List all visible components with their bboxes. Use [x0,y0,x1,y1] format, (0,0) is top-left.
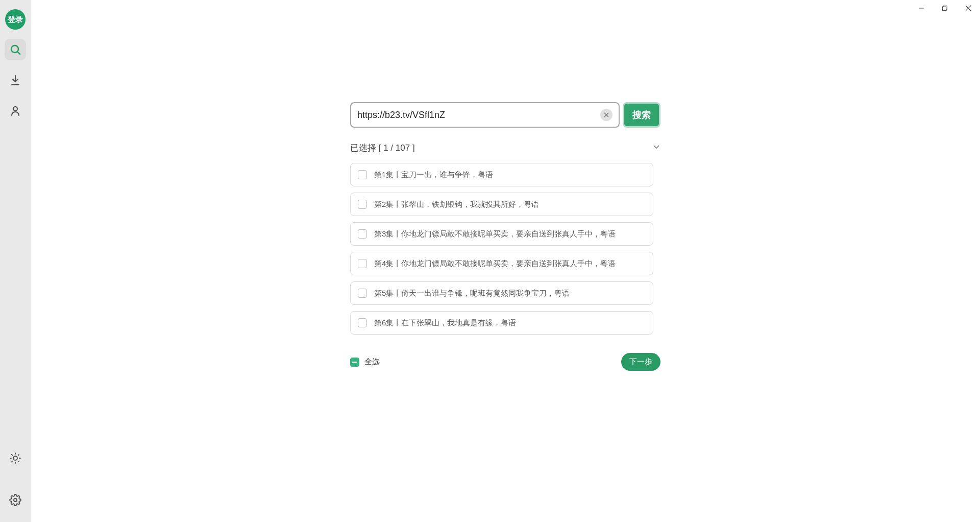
sidebar-item-profile[interactable] [5,100,26,122]
list-item[interactable]: 第1集丨宝刀一出，谁与争锋，粤语 [350,163,653,186]
episode-checkbox[interactable] [358,200,367,209]
next-button[interactable]: 下一步 [621,353,660,371]
window-close-button[interactable] [957,0,980,16]
episode-checkbox[interactable] [358,318,367,327]
search-row: 搜索 [350,102,660,128]
window-maximize-button[interactable] [933,0,957,16]
sidebar-item-theme[interactable] [5,447,26,469]
episode-list-viewport: 第1集丨宝刀一出，谁与争锋，粤语第2集丨张翠山，铁划银钩，我就投其所好，粤语第3… [350,163,660,342]
download-icon [9,74,21,86]
episode-title: 第4集丨你地龙门镖局敢不敢接呢单买卖，要亲自送到张真人手中，粤语 [374,259,616,269]
minimize-icon [918,5,924,11]
avatar-label: 登录 [8,15,23,25]
episode-checkbox[interactable] [358,229,367,239]
svg-point-2 [13,456,17,460]
main-area: 搜索 已选择 [ 1 / 107 ] 第1集丨宝刀一出，谁与争锋，粤语第2集丨张… [31,0,980,522]
episode-checkbox[interactable] [358,289,367,298]
search-input[interactable] [357,110,600,121]
search-button[interactable]: 搜索 [623,102,660,128]
episode-list[interactable]: 第1集丨宝刀一出，谁与争锋，粤语第2集丨张翠山，铁划银钩，我就投其所好，粤语第3… [350,163,660,342]
select-all-label: 全选 [364,357,380,367]
selection-label: 已选择 [ 1 / 107 ] [350,142,415,154]
selection-summary[interactable]: 已选择 [ 1 / 107 ] [350,142,660,154]
close-icon [965,5,971,11]
sidebar-item-download[interactable] [5,69,26,91]
list-item[interactable]: 第4集丨你地龙门镖局敢不敢接呢单买卖，要亲自送到张真人手中，粤语 [350,252,653,275]
episode-title: 第5集丨倚天一出谁与争锋，呢班有竟然同我争宝刀，粤语 [374,289,570,298]
sidebar-item-settings[interactable] [5,489,26,511]
gear-icon [9,494,21,506]
list-item[interactable]: 第2集丨张翠山，铁划银钩，我就投其所好，粤语 [350,193,653,216]
content: 搜索 已选择 [ 1 / 107 ] 第1集丨宝刀一出，谁与争锋，粤语第2集丨张… [350,102,660,371]
svg-point-3 [14,499,17,502]
avatar-login[interactable]: 登录 [5,9,26,30]
episode-checkbox[interactable] [358,170,367,179]
window-minimize-button[interactable] [910,0,933,16]
svg-rect-4 [943,7,947,11]
list-item[interactable]: 第5集丨倚天一出谁与争锋，呢班有竟然同我争宝刀，粤语 [350,281,653,305]
sidebar: 登录 [0,0,31,522]
list-item[interactable]: 第3集丨你地龙门镖局敢不敢接呢单买卖，要亲自送到张真人手中，粤语 [350,222,653,246]
select-all[interactable]: 全选 [350,357,380,367]
search-input-wrapper [350,102,620,128]
list-item[interactable]: 第6集丨在下张翠山，我地真是有缘，粤语 [350,311,653,335]
episode-title: 第2集丨张翠山，铁划银钩，我就投其所好，粤语 [374,200,539,209]
clear-button[interactable] [600,109,612,121]
footer-row: 全选 下一步 [350,353,660,371]
sun-icon [9,452,21,464]
episode-title: 第3集丨你地龙门镖局敢不敢接呢单买卖，要亲自送到张真人手中，粤语 [374,229,616,239]
user-icon [9,105,21,117]
search-icon [9,43,21,56]
episode-checkbox[interactable] [358,259,367,268]
sidebar-item-search[interactable] [5,39,26,60]
episode-title: 第1集丨宝刀一出，谁与争锋，粤语 [374,170,493,180]
episode-title: 第6集丨在下张翠山，我地真是有缘，粤语 [374,318,516,328]
window-controls [910,0,980,16]
select-all-checkbox[interactable] [350,358,359,367]
x-icon [604,112,609,117]
maximize-icon [942,5,948,11]
chevron-down-icon [652,143,660,153]
svg-point-1 [13,107,17,111]
